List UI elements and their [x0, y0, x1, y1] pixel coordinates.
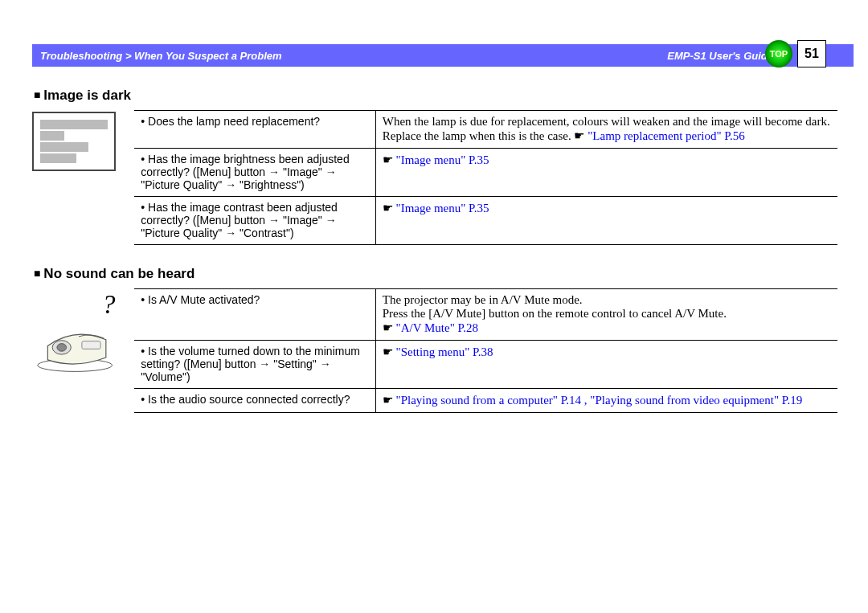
breadcrumb: Troubleshooting > When You Suspect a Pro… — [40, 50, 282, 62]
xref-link[interactable]: "Setting menu" P.38 — [396, 345, 493, 358]
guide-title: EMP-S1 User's Guide — [667, 50, 773, 62]
top-controls: TOP 51 — [765, 40, 826, 67]
trouble-table-1: Does the lamp need replacement? When the… — [134, 110, 837, 245]
svg-rect-4 — [82, 341, 100, 349]
page-number: 51 — [805, 47, 819, 61]
xref-link[interactable]: "Playing sound from a computer" P.14 , "… — [396, 394, 803, 407]
table-row: Has the image brightness been adjusted c… — [134, 149, 837, 197]
icon-column — [32, 110, 128, 245]
header-bar: Troubleshooting > When You Suspect a Pro… — [32, 44, 854, 67]
page-number-box: 51 — [797, 40, 826, 67]
question-text: Is A/V Mute activated? — [141, 293, 260, 306]
xref-link[interactable]: "A/V Mute" P.28 — [396, 321, 478, 334]
svg-text:?: ? — [102, 290, 116, 319]
table-row: Is the audio source connected correctly?… — [134, 389, 837, 413]
question-text: Does the lamp need replacement? — [141, 115, 320, 128]
question-text: Is the audio source connected correctly? — [141, 393, 350, 406]
xref-link[interactable]: "Lamp replacement period" P.56 — [588, 129, 745, 142]
question-text: Is the volume turned down to the minimum… — [141, 345, 360, 383]
question-text: Has the image brightness been adjusted c… — [141, 153, 349, 191]
answer-cell: ☛ "Image menu" P.35 — [375, 149, 837, 197]
projector-question-icon: ? — [32, 290, 125, 378]
section-title-no-sound: No sound can be heard — [34, 266, 837, 282]
answer-cell: ☛ "Playing sound from a computer" P.14 ,… — [375, 389, 837, 413]
table-row: Has the image contrast been adjusted cor… — [134, 197, 837, 245]
content: Image is dark Does the lamp need replace… — [0, 88, 868, 413]
svg-point-3 — [57, 344, 67, 352]
dark-bars-icon — [32, 112, 116, 171]
top-button[interactable]: TOP — [765, 40, 792, 67]
section-no-sound: ? Is A/V Mute activated? The projector m… — [32, 288, 837, 413]
table-row: Does the lamp need replacement? When the… — [134, 111, 837, 149]
question-text: Has the image contrast been adjusted cor… — [141, 201, 338, 239]
answer-cell: When the lamp is due for replacement, co… — [375, 111, 837, 149]
section-title-image-is-dark: Image is dark — [34, 88, 837, 104]
answer-cell: ☛ "Setting menu" P.38 — [375, 341, 837, 389]
top-button-label: TOP — [770, 49, 788, 59]
table-row: Is A/V Mute activated? The projector may… — [134, 289, 837, 341]
page: Troubleshooting > When You Suspect a Pro… — [0, 0, 868, 613]
table-row: Is the volume turned down to the minimum… — [134, 341, 837, 389]
trouble-table-2: Is A/V Mute activated? The projector may… — [134, 288, 837, 413]
answer-text: The projector may be in A/V Mute mode. P… — [383, 293, 727, 320]
header-wrap: Troubleshooting > When You Suspect a Pro… — [0, 0, 868, 67]
xref-link[interactable]: "Image menu" P.35 — [396, 202, 489, 215]
section-image-is-dark: Does the lamp need replacement? When the… — [32, 110, 837, 245]
answer-cell: ☛ "Image menu" P.35 — [375, 197, 837, 245]
xref-link[interactable]: "Image menu" P.35 — [396, 153, 489, 166]
answer-cell: The projector may be in A/V Mute mode. P… — [375, 289, 837, 341]
icon-column: ? — [32, 288, 128, 413]
